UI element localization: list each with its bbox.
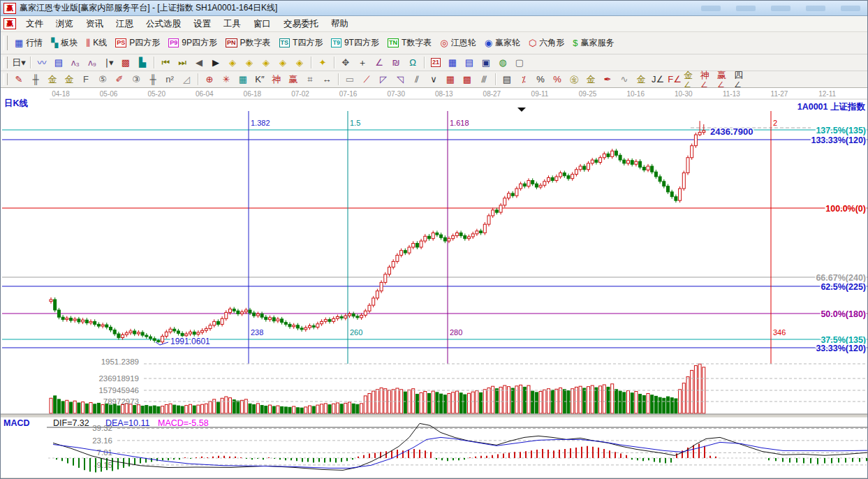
panel-separator[interactable] <box>1 414 868 418</box>
f-angle-tool[interactable]: F∠ <box>667 73 682 87</box>
last-screen-button[interactable]: ⏭ <box>175 56 190 70</box>
reset-diamond-button[interactable]: ◈ <box>292 56 307 70</box>
wave-3-tool[interactable]: ʌ₃ <box>68 56 83 70</box>
four-angle-tool[interactable]: 四∠ <box>734 73 749 87</box>
j-angle-tool[interactable]: J∠ <box>650 73 665 87</box>
circle-3-tool[interactable]: ③ <box>128 73 144 87</box>
fan-box-2-tool[interactable]: ◹ <box>392 73 408 87</box>
circle-cross-tool[interactable]: ⊕ <box>202 73 217 87</box>
shen-grid-tool[interactable]: 神 <box>269 73 284 87</box>
prev-screen-button[interactable]: ◀ <box>191 56 207 70</box>
hand-tool[interactable]: ✥ <box>338 56 353 70</box>
menu-tools[interactable]: 工具 <box>217 17 247 31</box>
parallel-lines-tool[interactable]: ⫻ <box>476 73 492 87</box>
single-kline-dropdown[interactable]: ∣▾ <box>101 56 117 70</box>
menu-gann[interactable]: 江恩 <box>110 17 140 31</box>
quotes-button[interactable]: ▦行情 <box>10 36 47 50</box>
pen-grid-tool[interactable]: ✐ <box>112 73 127 87</box>
percent-tool[interactable]: % <box>533 73 548 87</box>
rect-tool[interactable]: ▭ <box>342 73 358 87</box>
period-day-dropdown[interactable]: 日▾ <box>11 56 27 70</box>
calculator-button[interactable]: ▦ <box>445 56 460 70</box>
gann-shape-tool[interactable]: ₪ <box>388 56 404 70</box>
f10-info-tool[interactable]: ▤ <box>51 56 66 70</box>
first-screen-button[interactable]: ⏮ <box>158 56 173 70</box>
red-grid-1-tool[interactable]: ▦ <box>443 73 458 87</box>
toolbar-drag-handle[interactable] <box>3 73 8 84</box>
shen-angle-tool[interactable]: 神∠ <box>700 73 716 87</box>
t-square-button[interactable]: TST四方形 <box>275 36 328 50</box>
gold-underline-tool[interactable]: 金 <box>633 73 649 87</box>
percent-line-tool[interactable]: % <box>550 73 565 87</box>
n-square-grid-tool[interactable]: n² <box>162 73 177 87</box>
nine-t-square-button[interactable]: T99T四方形 <box>327 36 383 50</box>
shrink-diamond-button[interactable]: ◈ <box>275 56 290 70</box>
plain-grid-tool[interactable]: ╫ <box>145 73 161 87</box>
hexagon-button[interactable]: ⬡六角形 <box>524 36 568 50</box>
expand-diamond-button[interactable]: ◈ <box>258 56 274 70</box>
menu-help[interactable]: 帮助 <box>325 17 355 31</box>
mirror-angle-tool[interactable]: ◿ <box>179 73 194 87</box>
kline-pattern-tool[interactable]: ▩ <box>118 56 133 70</box>
notes-button[interactable]: ▤ <box>462 56 477 70</box>
fan-box-1-tool[interactable]: ◸ <box>376 73 391 87</box>
fib-grid-tool[interactable]: F <box>78 73 94 87</box>
next-screen-button[interactable]: ▶ <box>208 56 223 70</box>
gann-fan-tool[interactable]: Ω <box>405 56 420 70</box>
winner-service-button[interactable]: $赢家服务 <box>568 36 618 50</box>
menu-formula-stock-pick[interactable]: 公式选股 <box>140 17 187 31</box>
move-diamond-button[interactable]: ✦ <box>315 56 330 70</box>
k-mark-tool[interactable]: K″ <box>252 73 267 87</box>
p-square-button[interactable]: PSP四方形 <box>111 36 164 50</box>
spiral-5-tool[interactable]: ⑤ <box>95 73 110 87</box>
winner-wheel-button[interactable]: ◉赢家轮 <box>480 36 524 50</box>
star-circle-tool[interactable]: ✳ <box>219 73 234 87</box>
menu-trade-order[interactable]: 交易委托 <box>277 17 325 31</box>
draw-pen-tool[interactable]: ✎ <box>11 73 27 87</box>
wave-overlay-tool[interactable]: ∿ <box>617 73 632 87</box>
toolbar-drag-handle[interactable] <box>3 36 8 51</box>
zoom-out-diamond-button[interactable]: ◈ <box>225 56 240 70</box>
brush-pen-tool[interactable]: ✒ <box>600 73 615 87</box>
volume-profile-tool[interactable]: ▙ <box>135 56 150 70</box>
zigzag-tool[interactable]: ∨ <box>426 73 441 87</box>
gold-angle-tool[interactable]: 金∠ <box>684 73 699 87</box>
kline-chart[interactable]: 04-1805-0605-2006-0406-1807-0207-1607-30… <box>1 88 868 479</box>
calendar-button[interactable]: 21 <box>428 56 443 70</box>
gann-wheel-button[interactable]: ◎江恩轮 <box>436 36 480 50</box>
gold-line-tool[interactable]: 金 <box>583 73 598 87</box>
stats-table-tool[interactable]: ▤ <box>499 73 515 87</box>
sectors-button[interactable]: ▚板块 <box>47 36 82 50</box>
web-data-button[interactable]: ◍ <box>495 56 510 70</box>
menu-browse[interactable]: 浏览 <box>50 17 80 31</box>
angle-measure-tool[interactable]: ∠ <box>372 56 387 70</box>
width-measure-tool[interactable]: ↔ <box>319 73 334 87</box>
wave-9-tool[interactable]: ʌ₉ <box>84 56 100 70</box>
red-grid-2-tool[interactable]: ▩ <box>459 73 475 87</box>
gold-circle-tool[interactable]: ㊎ <box>566 73 582 87</box>
t-number-table-button[interactable]: TNT数字表 <box>383 36 436 50</box>
gold-grid-2-tool[interactable]: 金 <box>61 73 77 87</box>
grid-box-tool[interactable]: ▦ <box>235 73 251 87</box>
trend-curve-tool[interactable]: 〰 <box>34 56 50 70</box>
gold-grid-1-tool[interactable]: 金 <box>45 73 60 87</box>
zoom-in-diamond-button[interactable]: ◈ <box>242 56 257 70</box>
speed-lines-tool[interactable]: ⫽ <box>409 73 425 87</box>
kline-button[interactable]: ⫼K线 <box>82 36 111 50</box>
remote-pc-button[interactable]: ▢ <box>512 56 527 70</box>
menu-settings[interactable]: 设置 <box>187 17 217 31</box>
menu-window[interactable]: 窗口 <box>247 17 277 31</box>
ray-fan-tool[interactable]: ⟋ <box>359 73 374 87</box>
menu-news[interactable]: 资讯 <box>80 17 110 31</box>
ruler-123-tool[interactable]: ⌗ <box>302 73 318 87</box>
nine-p-square-button[interactable]: P99P四方形 <box>164 36 221 50</box>
percent-support-tool[interactable]: ⁒ <box>516 73 531 87</box>
toolbar-drag-handle[interactable] <box>3 57 8 68</box>
crosshair-tool[interactable]: ＋ <box>355 56 370 70</box>
ying-angle-tool[interactable]: 赢∠ <box>717 73 733 87</box>
p-number-table-button[interactable]: PNP数字表 <box>221 36 275 50</box>
menu-file[interactable]: 文件 <box>20 17 50 31</box>
save-button[interactable]: ▣ <box>478 56 494 70</box>
gann-grid-tool[interactable]: ╫ <box>28 73 43 87</box>
ying-grid-tool[interactable]: 赢 <box>286 73 301 87</box>
